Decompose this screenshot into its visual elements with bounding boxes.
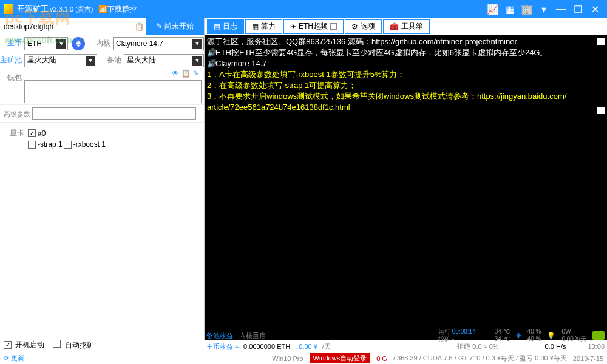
os-label: Win10 Pro: [272, 355, 303, 362]
tab-hashrate[interactable]: ▦ 算力: [245, 19, 282, 34]
gpu0-checkbox[interactable]: [28, 129, 36, 137]
wallet-label: 钱包: [0, 69, 24, 83]
console-line: article/72ee561a724b74e16138df1c.html: [207, 102, 605, 113]
console-line: 1，A卡在高级参数处填写-rxboost 1参数可提升5%算力；: [207, 69, 605, 80]
backup-income-link[interactable]: 备池收益: [206, 331, 233, 340]
download-link[interactable]: 📶下载群控: [98, 4, 137, 15]
tab-options[interactable]: ⚙ 选项: [345, 19, 382, 34]
app-logo-icon: [4, 4, 13, 14]
wallet-input[interactable]: [24, 80, 202, 103]
copy-icon[interactable]: 📋: [132, 22, 146, 31]
console-line: 🔊ETH挖ETH至少需要4G显存，每张显卡至少对应4G虚拟内存，比如6张显卡虚拟…: [207, 47, 605, 58]
fan-icon: ❋: [516, 332, 521, 340]
kernel-select[interactable]: Claymore 14.7▼: [113, 37, 204, 50]
console-marker-top: [597, 38, 605, 45]
chart-icon[interactable]: 📈: [484, 1, 501, 18]
edit-icon[interactable]: ✎: [193, 69, 199, 78]
main-income-label: 主币收益 ≈: [206, 342, 239, 351]
hashrate: 0.0 H/s: [545, 343, 566, 350]
start-button[interactable]: ✎ 尚未开始: [146, 18, 204, 35]
tab-toolbox[interactable]: 🧰 工具箱: [383, 19, 430, 34]
update-button[interactable]: ⟳ 更新: [4, 354, 24, 363]
eth-icon: [72, 37, 85, 50]
tab-eth-oc[interactable]: ✈ ETH超频: [283, 19, 344, 34]
grid-icon[interactable]: ▦: [501, 1, 518, 18]
app-version: v2.3.1.0 (蛮吉): [50, 5, 93, 14]
console-line: 2，在高级参数处填写-strap 1可提高算力；: [207, 80, 605, 91]
nvidia-icon: [592, 331, 605, 340]
dig-icon: ⛏: [391, 331, 399, 340]
backup-label: 备池: [97, 55, 124, 66]
date: 2019-7-15: [573, 355, 603, 362]
app-title: 开源矿工: [17, 4, 49, 15]
rxboost-label: -rxboost 1: [73, 140, 106, 149]
advanced-input[interactable]: [32, 107, 196, 120]
rxboost-checkbox[interactable]: [64, 141, 72, 149]
paste-icon[interactable]: 📋: [181, 69, 191, 78]
tabs: ▤ 日志 ▦ 算力 ✈ ETH超频 ⚙ 选项 🧰 工具箱: [205, 18, 607, 35]
zero-g: 0 G: [376, 355, 387, 362]
building-icon[interactable]: 🏢: [518, 1, 535, 18]
power-icon: 💡: [547, 332, 555, 340]
clock: 10:08: [588, 343, 605, 350]
pool-label: 主矿池: [0, 55, 24, 66]
console-marker-mid: [597, 107, 605, 114]
pool-select[interactable]: 星火大陆▼: [24, 54, 97, 67]
strap-label: -strap 1: [38, 140, 63, 149]
strap-checkbox[interactable]: [28, 141, 36, 149]
left-panel: desktop7etgfqh 📋 ✎ 尚未开始 主币 ETH▼ 内核 Claym…: [0, 18, 205, 340]
autostart-checkbox[interactable]: [4, 341, 12, 349]
status-text: 尚未开始: [405, 331, 432, 340]
kernel-restart: 内核重启: [239, 331, 266, 340]
automine-checkbox[interactable]: [53, 340, 61, 348]
status-panel: 备池收益 内核重启 ⛏ 尚未开始 运行 00:00:14挖矿 - 🌡 34 ℃3…: [206, 330, 605, 352]
eye-icon[interactable]: 👁: [172, 69, 179, 78]
gpu-label: 显卡: [4, 128, 24, 138]
advanced-label: 高级参数: [4, 110, 30, 118]
backup-select[interactable]: 星火大陆▼: [124, 54, 204, 67]
tab-log[interactable]: ▤ 日志: [207, 19, 244, 34]
kernel-label: 内核: [89, 38, 113, 49]
console: 源于社区，服务社区。QQ群863725136 源码：https://github…: [205, 35, 607, 340]
footer: ⟳ 更新 Win10 Pro Windows自动登录 0 G / 368.39 …: [0, 352, 607, 364]
coin-label: 主币: [0, 38, 24, 49]
close-button[interactable]: ✕: [586, 1, 603, 18]
maximize-button[interactable]: ☐: [569, 1, 586, 18]
chevron-down-icon[interactable]: ▾: [535, 1, 552, 18]
autologin-badge[interactable]: Windows自动登录: [310, 353, 371, 363]
coin-select[interactable]: ETH▼: [24, 37, 68, 50]
bottom-left-options: 开机启动 自动挖矿: [4, 340, 94, 351]
gpu0-label: #0: [38, 129, 46, 138]
workstation-name: desktop7etgfqh: [0, 22, 132, 31]
temp-icon: 🌡: [482, 332, 489, 339]
minimize-button[interactable]: —: [552, 1, 569, 18]
console-line: 源于社区，服务社区。QQ群863725136 源码：https://github…: [207, 36, 605, 47]
gpu-info: / 368.39 / CUDA 7.5 / GT 710 / 0.3 ¥每天 /…: [393, 354, 567, 363]
console-line: 3，不再要求开启windows测试模式，如果希望关闭windows测试模式请参考…: [207, 91, 605, 102]
titlebar: 开源矿工 v2.3.1.0 (蛮吉) 📶下载群控 📈 ▦ 🏢 ▾ — ☐ ✕: [0, 0, 607, 18]
console-line: 🔊Claymore 14.7: [207, 58, 605, 69]
